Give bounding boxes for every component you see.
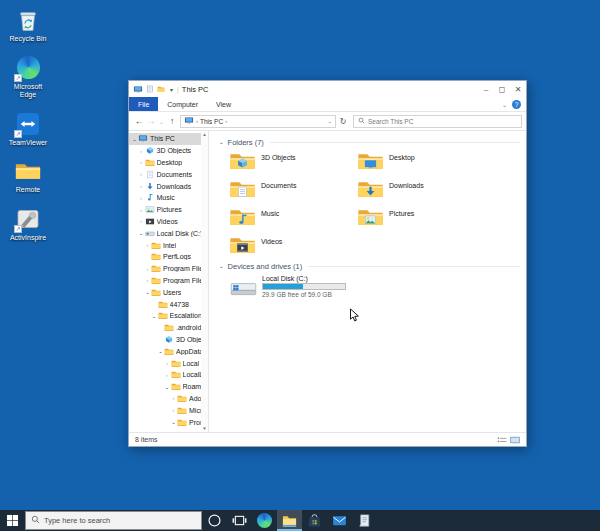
nav-item-music[interactable]: ›Music: [129, 192, 208, 204]
address-dropdown-chevron-icon[interactable]: ⌄: [327, 118, 332, 124]
nav-item-adobe[interactable]: ›Adobe: [129, 393, 208, 405]
expand-chevron-icon[interactable]: ›: [170, 407, 177, 413]
expand-chevron-icon[interactable]: ⌄: [157, 348, 164, 354]
expand-chevron-icon[interactable]: ›: [170, 395, 177, 401]
expand-chevron-icon[interactable]: ›: [144, 242, 151, 248]
desktop-icon-activinspire[interactable]: ↗ActivInspire: [0, 206, 56, 243]
expand-chevron-icon[interactable]: ⌄: [138, 230, 145, 236]
scroll-up-icon[interactable]: ▲: [202, 132, 206, 137]
activinspire-icon: ↗: [15, 206, 41, 232]
nav-item-desktop[interactable]: ›Desktop: [129, 157, 208, 169]
nav-item-android[interactable]: .android: [129, 322, 208, 334]
nav-item-roaming[interactable]: ⌄Roaming: [129, 381, 208, 393]
folder-tile-desktop[interactable]: Desktop: [357, 151, 485, 173]
expand-chevron-icon[interactable]: ›: [164, 360, 171, 366]
breadcrumb[interactable]: This PC: [200, 118, 223, 125]
nav-item-perflogs[interactable]: PerfLogs: [129, 251, 208, 263]
nav-scrollbar[interactable]: ▲ ▼: [201, 131, 208, 432]
ribbon-tab-view[interactable]: View: [207, 97, 240, 111]
help-icon[interactable]: ?: [512, 100, 521, 109]
folder-tile-documents[interactable]: Documents: [229, 179, 357, 201]
expand-chevron-icon[interactable]: ⌄: [144, 289, 151, 295]
taskbar-icon-file-explorer[interactable]: [277, 510, 302, 531]
nav-item-appdata[interactable]: ⌄AppData: [129, 345, 208, 357]
desktop-icon-microsoft-edge[interactable]: ↗Microsoft Edge: [0, 55, 56, 100]
nav-item-users[interactable]: ⌄Users: [129, 286, 208, 298]
nav-item-videos[interactable]: ›Videos: [129, 216, 208, 228]
nav-item-local-disk-c[interactable]: ⌄Local Disk (C:): [129, 227, 208, 239]
expand-chevron-icon[interactable]: ›: [138, 195, 145, 201]
drive-tile-local-disk-c[interactable]: Local Disk (C:)29.9 GB free of 59.0 GB: [229, 276, 520, 298]
nav-item-3d-objects[interactable]: 3D Objects: [129, 334, 208, 346]
qat-new-folder-icon[interactable]: [157, 85, 165, 93]
nav-item-3d-objects[interactable]: ›3D Objects: [129, 145, 208, 157]
up-button[interactable]: ↑: [166, 116, 178, 126]
nav-item-local[interactable]: ›Local: [129, 357, 208, 369]
tiles-view-button[interactable]: [510, 436, 520, 444]
nav-item-44738[interactable]: 44738: [129, 298, 208, 310]
minimize-button[interactable]: –: [478, 81, 494, 97]
expand-chevron-icon[interactable]: ⌄: [170, 419, 177, 425]
forward-button[interactable]: →: [145, 116, 157, 126]
expand-chevron-icon[interactable]: ›: [138, 218, 145, 224]
ribbon-tab-file[interactable]: File: [129, 97, 158, 111]
maximize-button[interactable]: ◻: [494, 81, 510, 97]
desktop-icon-teamviewer[interactable]: ↗TeamViewer: [0, 111, 56, 148]
nav-item-locallow[interactable]: ›LocalLow: [129, 369, 208, 381]
expand-chevron-icon[interactable]: ›: [138, 159, 145, 165]
expand-chevron-icon[interactable]: ⌄: [131, 136, 138, 142]
refresh-button[interactable]: ↻: [336, 117, 350, 126]
expand-chevron-icon[interactable]: ›: [164, 372, 171, 378]
ribbon-expand-chevron-icon[interactable]: ⌄: [502, 101, 507, 108]
nav-item-program-files[interactable]: ›Program Files (: [129, 275, 208, 287]
folder-tile-videos[interactable]: Videos: [229, 235, 357, 257]
qat-properties-icon[interactable]: [146, 85, 154, 93]
expand-chevron-icon[interactable]: ›: [138, 183, 145, 189]
expand-chevron-icon[interactable]: ›: [138, 207, 145, 213]
desktop-icon-remote[interactable]: Remote: [0, 158, 56, 195]
start-button[interactable]: [0, 510, 25, 531]
taskbar-icon-notes[interactable]: [352, 510, 377, 531]
nav-item-program-files[interactable]: ›Program Files: [129, 263, 208, 275]
expand-chevron-icon[interactable]: ›: [144, 266, 151, 272]
collapse-chevron-icon[interactable]: ⌄: [219, 139, 224, 145]
taskbar-icon-edge[interactable]: [252, 510, 277, 531]
taskbar-icon-store[interactable]: [302, 510, 327, 531]
nav-item-prometh[interactable]: ⌄Prometh: [129, 416, 208, 428]
nav-item-intel[interactable]: ›Intel: [129, 239, 208, 251]
nav-item-escalations[interactable]: ⌄Escalations: [129, 310, 208, 322]
address-input[interactable]: › This PC › ⌄: [180, 115, 336, 128]
expand-chevron-icon[interactable]: ›: [144, 277, 151, 283]
taskbar-icon-task-view[interactable]: [227, 510, 252, 531]
scroll-down-icon[interactable]: ▼: [202, 426, 206, 431]
folder-tile-label: Downloads: [389, 182, 424, 201]
nav-item-documents[interactable]: ›Documents: [129, 168, 208, 180]
collapse-chevron-icon[interactable]: ⌄: [219, 263, 224, 269]
nav-item-downloads[interactable]: ›Downloads: [129, 180, 208, 192]
details-view-button[interactable]: [497, 436, 507, 444]
desktop-icon-recycle-bin[interactable]: Recycle Bin: [0, 7, 56, 44]
nav-item-microsoft[interactable]: ›Microsoft: [129, 404, 208, 416]
folder-tile-3d-objects[interactable]: 3D Objects: [229, 151, 357, 173]
expand-chevron-icon[interactable]: ›: [138, 171, 145, 177]
qat-customize-chevron-icon[interactable]: ▾: [170, 86, 173, 93]
folder-tile-downloads[interactable]: Downloads: [357, 179, 485, 201]
nav-item-pictures[interactable]: ›Pictures: [129, 204, 208, 216]
expand-chevron-icon[interactable]: ›: [138, 148, 145, 154]
search-input[interactable]: Search This PC: [353, 115, 522, 128]
recent-locations-chevron-icon[interactable]: ⌄: [157, 118, 166, 125]
shortcut-arrow-icon: ↗: [14, 130, 22, 138]
expand-chevron-icon[interactable]: ⌄: [151, 313, 158, 319]
close-button[interactable]: ✕: [510, 81, 526, 97]
expand-chevron-icon[interactable]: ⌄: [164, 384, 171, 390]
this-pc-icon: [184, 116, 194, 126]
back-button[interactable]: ←: [133, 116, 145, 126]
nav-item-this-pc[interactable]: ⌄This PC: [129, 133, 208, 145]
ribbon-tab-computer[interactable]: Computer: [158, 97, 207, 111]
window-titlebar[interactable]: ▾ | This PC – ◻ ✕: [129, 81, 526, 97]
taskbar-search-input[interactable]: Type here to search: [25, 511, 202, 530]
folder-tile-music[interactable]: Music: [229, 207, 357, 229]
taskbar-icon-mail[interactable]: [327, 510, 352, 531]
taskbar-icon-cortana[interactable]: [202, 510, 227, 531]
folder-tile-pictures[interactable]: Pictures: [357, 207, 485, 229]
